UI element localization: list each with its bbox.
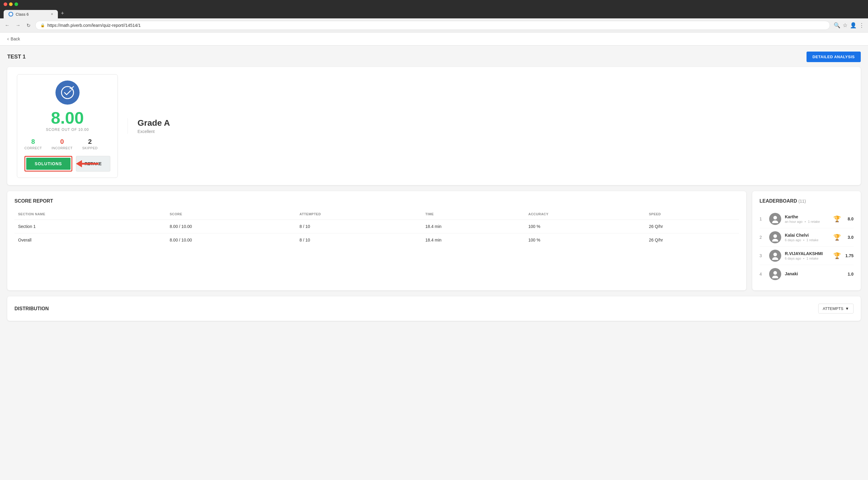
- solutions-button[interactable]: SOLUTIONS: [26, 158, 70, 170]
- leaderboard-info: Kalai Chelvi 6 days ago • 1 retake: [785, 233, 830, 242]
- leaderboard-item: 4 Janaki 1.0: [760, 265, 854, 283]
- back-arrow-icon: ‹: [7, 36, 9, 41]
- grade-value: Grade A: [137, 118, 170, 128]
- score-stats: 8 CORRECT 0 INCORRECT 2 SKIPPED: [24, 138, 110, 150]
- leaderboard-info: Karthe an hour ago • 1 retake: [785, 214, 830, 223]
- leaderboard-score: 1.0: [844, 272, 854, 276]
- chevron-down-icon: ▼: [845, 306, 849, 311]
- cell-speed: 26 Q/hr: [645, 220, 739, 233]
- detailed-analysis-button[interactable]: DETAILED ANALYSIS: [807, 52, 861, 62]
- leaderboard-avatar: [769, 250, 781, 262]
- score-report-title: SCORE REPORT: [14, 199, 739, 204]
- trophy-icon: 🏆: [833, 234, 841, 241]
- new-tab-button[interactable]: +: [59, 8, 66, 19]
- cell-speed: 26 Q/hr: [645, 233, 739, 247]
- leaderboard-item: 3 R.VIJAYALAKSHMI 6 days ago • 1 retake …: [760, 247, 854, 265]
- svg-point-8: [773, 271, 777, 275]
- active-tab[interactable]: Class 6 ×: [4, 10, 58, 19]
- score-summary-card: 8.00 SCORE OUT OF 10.00 8 CORRECT 0 INCO…: [17, 74, 118, 178]
- traffic-lights: [4, 2, 864, 6]
- menu-icon[interactable]: ⋮: [859, 22, 864, 29]
- svg-point-9: [772, 276, 778, 278]
- leaderboard-info: Janaki: [785, 271, 831, 277]
- trophy-icon: 🏆: [833, 215, 841, 222]
- col-header-section: SECTION NAME: [14, 210, 166, 220]
- score-report-card: SCORE REPORT SECTION NAME SCORE ATTEMPTE…: [7, 191, 746, 290]
- search-icon[interactable]: 🔍: [834, 22, 840, 29]
- score-icon: [56, 81, 80, 104]
- reload-button[interactable]: ↻: [25, 22, 32, 30]
- grade-area: Grade A Excellent: [127, 118, 170, 134]
- minimize-traffic-light[interactable]: [9, 2, 13, 6]
- leaderboard-title: LEADERBOARD (11): [760, 199, 854, 204]
- correct-count: 8: [24, 138, 42, 146]
- trophy-icon: 🏆: [833, 252, 841, 259]
- skipped-label: SKIPPED: [82, 146, 98, 150]
- leaderboard-avatar: [769, 213, 781, 225]
- table-row: Section 1 8.00 / 10.00 8 / 10 18.4 min 1…: [14, 220, 739, 233]
- incorrect-stat: 0 INCORRECT: [52, 138, 73, 150]
- score-value: 8.00: [24, 110, 110, 126]
- cell-section: Overall: [14, 233, 166, 247]
- leaderboard-meta: 6 days ago • 1 retake: [785, 238, 830, 242]
- profile-icon[interactable]: 👤: [850, 22, 857, 29]
- score-out-of-label: SCORE OUT OF 10.00: [24, 127, 110, 132]
- solutions-arrow-indicator: [82, 163, 98, 164]
- incorrect-count: 0: [52, 138, 73, 146]
- cell-attempted: 8 / 10: [296, 233, 422, 247]
- cell-time: 18.4 min: [422, 233, 525, 247]
- toolbar-icons: 🔍 ☆ 👤 ⋮: [834, 22, 864, 29]
- leaderboard-avatar: [769, 268, 781, 280]
- table-row: Overall 8.00 / 10.00 8 / 10 18.4 min 100…: [14, 233, 739, 247]
- attempts-button[interactable]: ATTEMPTS ▼: [818, 304, 854, 313]
- solutions-btn-wrapper: SOLUTIONS: [24, 156, 72, 172]
- forward-nav-button[interactable]: →: [14, 22, 22, 29]
- col-header-time: TIME: [422, 210, 525, 220]
- distribution-section: DISTRIBUTION ATTEMPTS ▼: [7, 296, 861, 321]
- tab-title: Class 6: [16, 12, 49, 17]
- maximize-traffic-light[interactable]: [14, 2, 18, 6]
- back-link-label: Back: [10, 36, 20, 41]
- leaderboard-meta: an hour ago • 1 retake: [785, 220, 830, 223]
- test-title: TEST 1: [7, 54, 26, 60]
- leaderboard-count: (11): [798, 199, 806, 204]
- col-header-attempted: ATTEMPTED: [296, 210, 422, 220]
- leaderboard-item: 1 Karthe an hour ago • 1 retake 🏆 8.0: [760, 210, 854, 228]
- leaderboard-rank: 3: [760, 253, 766, 258]
- close-traffic-light[interactable]: [4, 2, 7, 6]
- leaderboard-meta: 6 days ago • 1 retake: [785, 257, 830, 260]
- skipped-stat: 2 SKIPPED: [82, 138, 98, 150]
- score-card: 8.00 SCORE OUT OF 10.00 8 CORRECT 0 INCO…: [7, 67, 861, 185]
- leaderboard-rank: 1: [760, 216, 766, 221]
- leaderboard-score: 1.75: [844, 253, 854, 258]
- cell-accuracy: 100 %: [525, 220, 645, 233]
- back-nav-bar: ‹ Back: [0, 33, 868, 46]
- leaderboard-item: 2 Kalai Chelvi 6 days ago • 1 retake 🏆 3…: [760, 228, 854, 247]
- back-nav-button[interactable]: ←: [4, 22, 11, 29]
- leaderboard-name: Karthe: [785, 214, 830, 219]
- tab-close-button[interactable]: ×: [51, 12, 53, 16]
- url-text: https://math.piverb.com/learn/quiz-repor…: [47, 23, 141, 28]
- arrow-line: [82, 163, 98, 164]
- cell-attempted: 8 / 10: [296, 220, 422, 233]
- correct-stat: 8 CORRECT: [24, 138, 42, 150]
- test-header: TEST 1 DETAILED ANALYSIS: [7, 52, 861, 62]
- address-bar[interactable]: 🔒 https://math.piverb.com/learn/quiz-rep…: [35, 21, 830, 30]
- col-header-accuracy: ACCURACY: [525, 210, 645, 220]
- cell-section: Section 1: [14, 220, 166, 233]
- distribution-title: DISTRIBUTION: [14, 306, 49, 311]
- svg-point-7: [772, 257, 778, 260]
- leaderboard-name: Janaki: [785, 271, 831, 276]
- grade-description: Excellent: [137, 129, 170, 134]
- leaderboard-name: R.VIJAYALAKSHMI: [785, 251, 830, 256]
- incorrect-label: INCORRECT: [52, 146, 73, 150]
- bookmark-icon[interactable]: ☆: [843, 22, 847, 29]
- back-link[interactable]: ‹ Back: [7, 36, 861, 41]
- leaderboard-list: 1 Karthe an hour ago • 1 retake 🏆 8.0 2: [760, 210, 854, 283]
- arrow-head-icon: [76, 160, 82, 167]
- col-header-score: SCORE: [166, 210, 296, 220]
- browser-toolbar: ← → ↻ 🔒 https://math.piverb.com/learn/qu…: [0, 19, 868, 33]
- page-content: TEST 1 DETAILED ANALYSIS 8.00 SCORE OUT …: [0, 46, 868, 327]
- cell-accuracy: 100 %: [525, 233, 645, 247]
- score-report-table: SECTION NAME SCORE ATTEMPTED TIME ACCURA…: [14, 210, 739, 247]
